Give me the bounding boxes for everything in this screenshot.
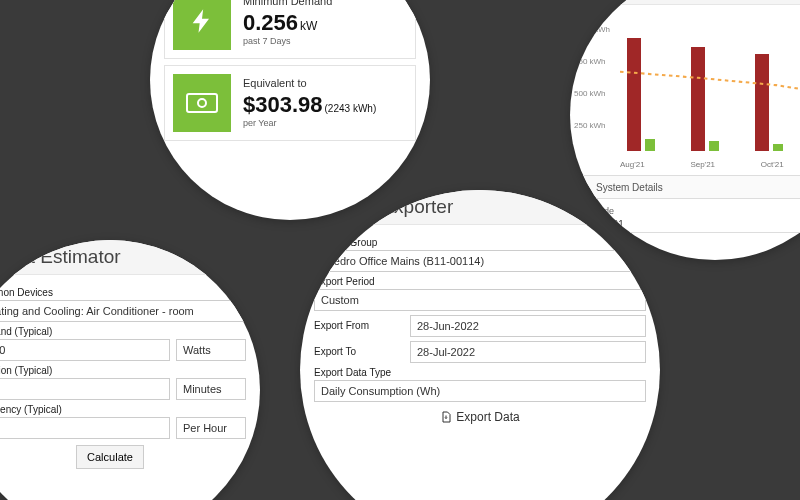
duration-label: Duration (Typical) (0, 365, 246, 376)
common-devices-label: Common Devices (0, 287, 246, 298)
display-group-label: Display Group (314, 237, 646, 248)
export-to-label: Export To (314, 346, 404, 357)
min-demand-label: Minimum Demand (243, 0, 332, 9)
demand-input[interactable] (0, 339, 170, 361)
export-data-button[interactable]: Export Data (440, 410, 519, 424)
equivalent-value: $303.98(2243 kWh) (243, 91, 376, 119)
bolt-icon (173, 0, 231, 50)
export-period-label: Export Period (314, 276, 646, 287)
gauge-icon (578, 180, 590, 194)
svg-line-11 (584, 185, 586, 188)
latitude-label: Latitude (582, 206, 614, 216)
cost-estimator-title: Cost Estimator (0, 246, 121, 268)
system-details-label: System Details (596, 182, 663, 193)
min-demand-sub: past 7 Days (243, 36, 332, 47)
export-period-select[interactable] (314, 289, 646, 311)
svg-point-1 (198, 99, 206, 107)
equivalent-label: Equivalent to (243, 77, 376, 91)
demand-unit-select[interactable] (176, 339, 246, 361)
equivalent-tile: Equivalent to $303.98(2243 kWh) per Year (164, 65, 416, 141)
equivalent-sub: per Year (243, 118, 376, 129)
min-demand-value: 0.256kW (243, 9, 332, 37)
min-demand-tile: Minimum Demand 0.256kW past 7 Days (164, 0, 416, 59)
common-devices-select[interactable] (0, 300, 246, 322)
duration-input[interactable] (0, 378, 170, 400)
export-from-label: Export From (314, 320, 404, 331)
export-data-type-label: Export Data Type (314, 367, 646, 378)
latitude-value[interactable]: 40.73061 (582, 217, 800, 233)
export-data-type-select[interactable] (314, 380, 646, 402)
duration-unit-select[interactable] (176, 378, 246, 400)
demand-label: Demand (Typical) (0, 326, 246, 337)
svg-rect-0 (187, 94, 217, 112)
solar-chart: 1000 kWh 750 kWh 500 kWh 250 kWh Aug'21S… (572, 19, 800, 169)
display-group-select[interactable] (314, 250, 646, 272)
money-icon (173, 74, 231, 132)
frequency-unit-select[interactable] (176, 417, 246, 439)
frequency-label: Frequency (Typical) (0, 404, 246, 415)
calculate-button[interactable]: Calculate (76, 445, 144, 469)
frequency-input[interactable] (0, 417, 170, 439)
export-icon (440, 411, 452, 423)
export-from-input[interactable] (410, 315, 646, 337)
export-to-input[interactable] (410, 341, 646, 363)
